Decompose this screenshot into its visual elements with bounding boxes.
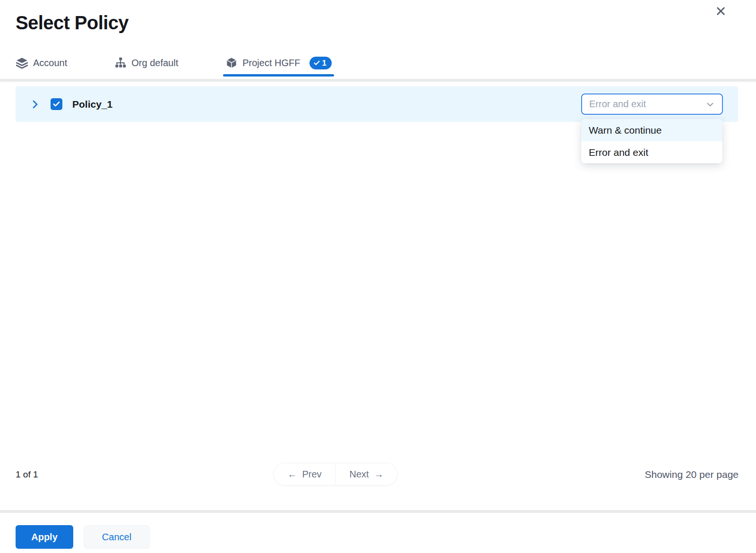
expand-row-button[interactable] [29,98,41,111]
tabs-divider [0,79,756,82]
next-page-button[interactable]: Next → [335,463,397,485]
check-icon [313,60,320,67]
tab-label: Account [33,58,67,68]
layers-icon [16,57,28,69]
pagination-bar: 1 of 1 ← Prev Next → Showing 20 per page [16,463,739,486]
close-button[interactable] [713,3,729,19]
prev-page-button[interactable]: ← Prev [274,463,335,485]
chevron-down-icon [705,99,715,110]
next-label: Next [350,469,369,480]
policy-row: Policy_1 Error and exit [16,86,738,122]
tab-label: Org default [131,58,178,68]
check-icon [52,100,60,108]
cancel-button[interactable]: Cancel [84,525,150,549]
tab-label: Project HGFF [242,58,300,68]
arrow-left-icon: ← [287,469,297,480]
page-title: Select Policy [16,12,129,34]
dropdown-option-error-exit[interactable]: Error and exit [581,141,722,163]
dropdown-option-warn-continue[interactable]: Warn & continue [581,119,722,141]
close-icon [714,5,727,17]
policy-action-select[interactable]: Error and exit [581,94,723,115]
badge-count: 1 [322,59,326,67]
package-icon [225,57,238,69]
tab-account[interactable]: Account [16,49,67,77]
prev-label: Prev [302,469,321,480]
select-dropdown-menu: Warn & continue Error and exit [581,119,722,163]
arrow-right-icon: → [374,469,384,480]
tab-org-default[interactable]: Org default [114,49,178,77]
org-chart-icon [114,57,127,69]
tab-bar: Account Org default [16,49,332,77]
page-indicator: 1 of 1 [16,469,38,480]
policy-checkbox[interactable] [51,98,62,110]
per-page-indicator: Showing 20 per page [645,469,739,480]
select-value: Error and exit [589,99,646,110]
select-policy-modal: Select Policy Account [0,0,756,553]
chevron-right-icon [29,99,41,110]
tab-project-hgff[interactable]: Project HGFF 1 [225,49,332,77]
selected-count-badge: 1 [309,57,331,69]
footer-divider [0,510,756,513]
apply-button[interactable]: Apply [16,525,73,549]
policy-name: Policy_1 [72,99,112,110]
pager-button-group: ← Prev Next → [273,463,397,485]
